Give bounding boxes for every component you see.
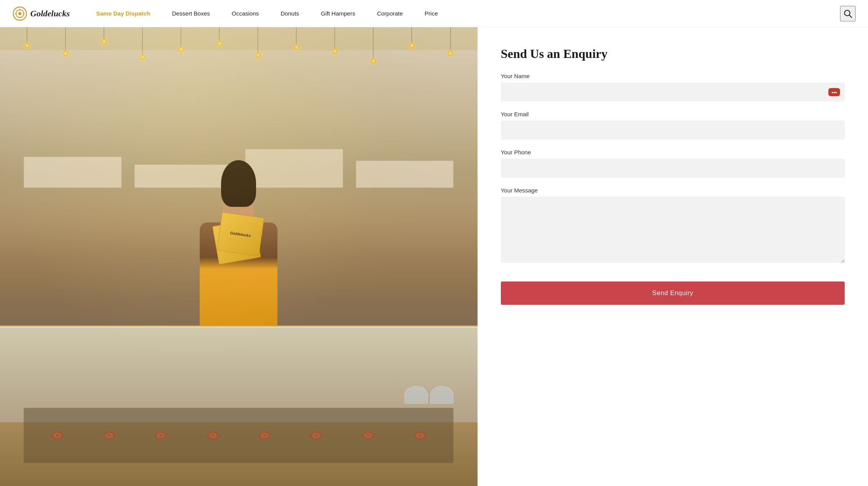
message-textarea-wrapper xyxy=(501,197,845,264)
person-hair xyxy=(221,160,256,207)
name-label: Your Name xyxy=(501,73,845,79)
name-field-group: Your Name ••• xyxy=(501,73,845,101)
donut xyxy=(414,432,426,439)
svg-line-8 xyxy=(849,15,852,17)
light-bulb xyxy=(178,27,184,52)
light-bulb xyxy=(409,27,415,48)
light-bulb xyxy=(332,27,338,54)
name-input[interactable] xyxy=(501,82,845,101)
email-label: Your Email xyxy=(501,111,845,117)
nav-item-same-day-dispatch[interactable]: Same Day Dispatch xyxy=(85,0,161,27)
nav-item-donuts[interactable]: Donuts xyxy=(270,0,310,27)
nav-item-gift-hampers[interactable]: Gift Hampers xyxy=(310,0,366,27)
main-content: Goldelucks Goldelucks xyxy=(0,27,868,486)
name-input-wrapper: ••• xyxy=(501,82,845,101)
svg-point-4 xyxy=(19,17,21,18)
phone-field-group: Your Phone xyxy=(501,149,845,178)
donut xyxy=(155,432,167,439)
donut xyxy=(310,432,322,439)
nav-item-occasions[interactable]: Occasions xyxy=(221,0,270,27)
message-field-group: Your Message xyxy=(501,187,845,264)
svg-point-5 xyxy=(15,13,17,14)
store-background: Goldelucks Goldelucks xyxy=(0,27,478,486)
light-bulb xyxy=(24,27,30,48)
store-image-panel: Goldelucks Goldelucks xyxy=(0,27,478,486)
donut xyxy=(103,432,115,439)
product-dome xyxy=(430,386,453,404)
send-enquiry-button[interactable]: Send Enquiry xyxy=(501,281,845,305)
light-bulb xyxy=(63,27,68,56)
nav-item-dessert-boxes[interactable]: Dessert Boxes xyxy=(161,0,221,27)
logo[interactable]: Goldelucks xyxy=(12,6,70,21)
phone-input-wrapper xyxy=(501,159,845,178)
search-icon xyxy=(843,9,852,18)
light-bulb xyxy=(217,27,222,46)
logo-icon xyxy=(12,6,27,21)
mall-store xyxy=(245,149,343,188)
search-button[interactable] xyxy=(840,6,856,21)
email-input-wrapper xyxy=(501,121,845,140)
dome-containers xyxy=(404,386,453,404)
email-input[interactable] xyxy=(501,121,845,140)
light-bulb xyxy=(371,27,376,64)
enquiry-form-panel: Send Us an Enquiry Your Name ••• Your Em… xyxy=(478,27,868,486)
enquiry-form: Your Name ••• Your Email Your Phone xyxy=(501,73,845,305)
svg-point-3 xyxy=(19,9,21,10)
autofill-badge: ••• xyxy=(828,88,840,96)
svg-point-2 xyxy=(18,12,21,15)
product-dome xyxy=(404,386,428,404)
light-bulb xyxy=(255,27,261,58)
store-person: Goldelucks Goldelucks xyxy=(184,191,293,339)
donut xyxy=(52,432,63,439)
ceiling-lights xyxy=(0,27,478,74)
donut xyxy=(362,432,374,439)
light-bulb xyxy=(294,27,299,50)
donut xyxy=(259,432,270,439)
mall-store xyxy=(134,164,232,188)
dots-icon: ••• xyxy=(831,89,837,95)
phone-label: Your Phone xyxy=(501,149,845,156)
email-field-group: Your Email xyxy=(501,111,845,140)
header: Goldelucks Same Day Dispatch Dessert Box… xyxy=(0,0,868,27)
mall-store xyxy=(24,157,122,188)
nav-item-price[interactable]: Price xyxy=(414,0,449,27)
message-label: Your Message xyxy=(501,187,845,194)
donut xyxy=(207,432,219,439)
main-nav: Same Day Dispatch Dessert Boxes Occasion… xyxy=(85,0,840,27)
light-bulb xyxy=(140,27,145,60)
svg-point-6 xyxy=(23,13,24,14)
product-box-right: Goldelucks xyxy=(217,212,265,256)
logo-text: Goldelucks xyxy=(30,9,70,19)
message-textarea[interactable] xyxy=(501,197,845,263)
nav-item-corporate[interactable]: Corporate xyxy=(366,0,414,27)
display-case xyxy=(24,408,453,463)
mall-store xyxy=(356,161,454,188)
form-title: Send Us an Enquiry xyxy=(501,47,845,61)
light-bulb xyxy=(448,27,453,56)
light-bulb xyxy=(101,27,107,44)
phone-input[interactable] xyxy=(501,159,845,178)
